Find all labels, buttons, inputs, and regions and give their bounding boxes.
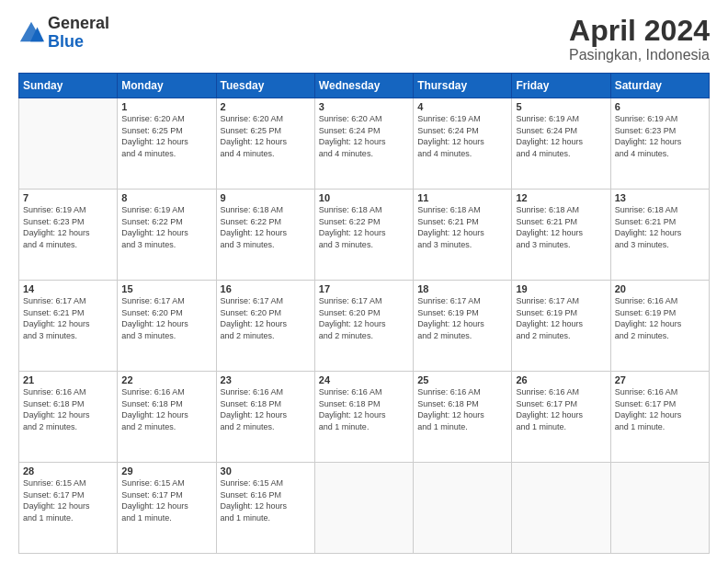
- day-info: Sunrise: 6:19 AM Sunset: 6:23 PM Dayligh…: [615, 113, 705, 159]
- day-number: 12: [516, 192, 606, 203]
- table-row: [512, 463, 610, 554]
- day-info: Sunrise: 6:20 AM Sunset: 6:24 PM Dayligh…: [319, 113, 409, 159]
- calendar-week-row: 21Sunrise: 6:16 AM Sunset: 6:18 PM Dayli…: [19, 372, 710, 463]
- table-row: 12Sunrise: 6:18 AM Sunset: 6:21 PM Dayli…: [512, 190, 610, 281]
- table-row: 1Sunrise: 6:20 AM Sunset: 6:25 PM Daylig…: [118, 98, 216, 190]
- col-saturday: Saturday: [610, 74, 709, 98]
- day-info: Sunrise: 6:17 AM Sunset: 6:20 PM Dayligh…: [221, 295, 311, 341]
- day-info: Sunrise: 6:15 AM Sunset: 6:16 PM Dayligh…: [221, 477, 311, 523]
- day-number: 11: [417, 192, 507, 203]
- day-number: 10: [319, 192, 409, 203]
- table-row: [610, 463, 709, 554]
- day-info: Sunrise: 6:18 AM Sunset: 6:22 PM Dayligh…: [319, 204, 409, 250]
- day-info: Sunrise: 6:16 AM Sunset: 6:18 PM Dayligh…: [121, 386, 211, 432]
- day-number: 8: [121, 192, 211, 203]
- col-monday: Monday: [118, 74, 216, 98]
- day-number: 16: [221, 283, 311, 294]
- table-row: 23Sunrise: 6:16 AM Sunset: 6:18 PM Dayli…: [216, 372, 314, 463]
- table-row: 7Sunrise: 6:19 AM Sunset: 6:23 PM Daylig…: [19, 190, 118, 281]
- day-info: Sunrise: 6:18 AM Sunset: 6:22 PM Dayligh…: [221, 204, 311, 250]
- table-row: 10Sunrise: 6:18 AM Sunset: 6:22 PM Dayli…: [314, 190, 413, 281]
- table-row: 18Sunrise: 6:17 AM Sunset: 6:19 PM Dayli…: [414, 281, 512, 372]
- calendar-header-row: Sunday Monday Tuesday Wednesday Thursday…: [19, 74, 710, 98]
- table-row: 28Sunrise: 6:15 AM Sunset: 6:17 PM Dayli…: [19, 463, 118, 554]
- day-number: 4: [417, 101, 507, 112]
- col-thursday: Thursday: [414, 74, 512, 98]
- table-row: [414, 463, 512, 554]
- table-row: 17Sunrise: 6:17 AM Sunset: 6:20 PM Dayli…: [314, 281, 413, 372]
- logo-icon: [18, 20, 44, 46]
- day-number: 5: [516, 101, 606, 112]
- table-row: 3Sunrise: 6:20 AM Sunset: 6:24 PM Daylig…: [314, 98, 413, 190]
- day-number: 17: [319, 283, 409, 294]
- day-info: Sunrise: 6:18 AM Sunset: 6:21 PM Dayligh…: [417, 204, 507, 250]
- table-row: 4Sunrise: 6:19 AM Sunset: 6:24 PM Daylig…: [414, 98, 512, 190]
- day-info: Sunrise: 6:17 AM Sunset: 6:19 PM Dayligh…: [516, 295, 606, 341]
- day-number: 30: [221, 465, 311, 477]
- day-number: 26: [516, 374, 606, 385]
- day-info: Sunrise: 6:17 AM Sunset: 6:19 PM Dayligh…: [417, 295, 507, 341]
- calendar-week-row: 14Sunrise: 6:17 AM Sunset: 6:21 PM Dayli…: [19, 281, 710, 372]
- day-number: 9: [221, 192, 311, 203]
- logo: General Blue: [18, 15, 109, 52]
- day-number: 15: [121, 283, 211, 294]
- table-row: 9Sunrise: 6:18 AM Sunset: 6:22 PM Daylig…: [216, 190, 314, 281]
- day-info: Sunrise: 6:15 AM Sunset: 6:17 PM Dayligh…: [23, 477, 113, 523]
- day-number: 23: [221, 374, 311, 385]
- day-info: Sunrise: 6:20 AM Sunset: 6:25 PM Dayligh…: [221, 113, 311, 159]
- table-row: 6Sunrise: 6:19 AM Sunset: 6:23 PM Daylig…: [610, 98, 709, 190]
- day-info: Sunrise: 6:20 AM Sunset: 6:25 PM Dayligh…: [121, 113, 211, 159]
- table-row: 20Sunrise: 6:16 AM Sunset: 6:19 PM Dayli…: [610, 281, 709, 372]
- table-row: 19Sunrise: 6:17 AM Sunset: 6:19 PM Dayli…: [512, 281, 610, 372]
- calendar-table: Sunday Monday Tuesday Wednesday Thursday…: [18, 73, 710, 554]
- table-row: 26Sunrise: 6:16 AM Sunset: 6:17 PM Dayli…: [512, 372, 610, 463]
- col-wednesday: Wednesday: [314, 74, 413, 98]
- day-number: 19: [516, 283, 606, 294]
- day-info: Sunrise: 6:16 AM Sunset: 6:18 PM Dayligh…: [221, 386, 311, 432]
- table-row: 27Sunrise: 6:16 AM Sunset: 6:17 PM Dayli…: [610, 372, 709, 463]
- page: General Blue April 2024 Pasingkan, Indon…: [0, 0, 728, 563]
- calendar-title: April 2024: [569, 15, 710, 47]
- table-row: 5Sunrise: 6:19 AM Sunset: 6:24 PM Daylig…: [512, 98, 610, 190]
- table-row: 11Sunrise: 6:18 AM Sunset: 6:21 PM Dayli…: [414, 190, 512, 281]
- calendar-week-row: 28Sunrise: 6:15 AM Sunset: 6:17 PM Dayli…: [19, 463, 710, 554]
- day-number: 28: [23, 465, 113, 477]
- day-info: Sunrise: 6:18 AM Sunset: 6:21 PM Dayligh…: [615, 204, 705, 250]
- table-row: 14Sunrise: 6:17 AM Sunset: 6:21 PM Dayli…: [19, 281, 118, 372]
- day-info: Sunrise: 6:17 AM Sunset: 6:20 PM Dayligh…: [121, 295, 211, 341]
- day-number: 25: [417, 374, 507, 385]
- day-number: 21: [23, 374, 113, 385]
- day-number: 27: [615, 374, 705, 385]
- calendar-week-row: 1Sunrise: 6:20 AM Sunset: 6:25 PM Daylig…: [19, 98, 710, 190]
- day-info: Sunrise: 6:16 AM Sunset: 6:17 PM Dayligh…: [516, 386, 606, 432]
- day-info: Sunrise: 6:16 AM Sunset: 6:19 PM Dayligh…: [615, 295, 705, 341]
- col-tuesday: Tuesday: [216, 74, 314, 98]
- logo-general: General: [48, 14, 109, 32]
- table-row: 15Sunrise: 6:17 AM Sunset: 6:20 PM Dayli…: [118, 281, 216, 372]
- day-info: Sunrise: 6:17 AM Sunset: 6:21 PM Dayligh…: [23, 295, 113, 341]
- day-number: 24: [319, 374, 409, 385]
- calendar-subtitle: Pasingkan, Indonesia: [569, 47, 710, 63]
- day-number: 13: [615, 192, 705, 203]
- day-info: Sunrise: 6:16 AM Sunset: 6:18 PM Dayligh…: [319, 386, 409, 432]
- day-number: 14: [23, 283, 113, 294]
- table-row: 29Sunrise: 6:15 AM Sunset: 6:17 PM Dayli…: [118, 463, 216, 554]
- day-number: 7: [23, 192, 113, 203]
- table-row: 24Sunrise: 6:16 AM Sunset: 6:18 PM Dayli…: [314, 372, 413, 463]
- title-block: April 2024 Pasingkan, Indonesia: [569, 15, 710, 63]
- day-info: Sunrise: 6:19 AM Sunset: 6:23 PM Dayligh…: [23, 204, 113, 250]
- day-info: Sunrise: 6:19 AM Sunset: 6:22 PM Dayligh…: [121, 204, 211, 250]
- day-info: Sunrise: 6:16 AM Sunset: 6:18 PM Dayligh…: [23, 386, 113, 432]
- col-sunday: Sunday: [19, 74, 118, 98]
- table-row: [19, 98, 118, 190]
- day-info: Sunrise: 6:16 AM Sunset: 6:18 PM Dayligh…: [417, 386, 507, 432]
- day-number: 1: [121, 101, 211, 112]
- day-info: Sunrise: 6:16 AM Sunset: 6:17 PM Dayligh…: [615, 386, 705, 432]
- table-row: 13Sunrise: 6:18 AM Sunset: 6:21 PM Dayli…: [610, 190, 709, 281]
- day-info: Sunrise: 6:17 AM Sunset: 6:20 PM Dayligh…: [319, 295, 409, 341]
- logo-text: General Blue: [48, 15, 109, 52]
- table-row: 21Sunrise: 6:16 AM Sunset: 6:18 PM Dayli…: [19, 372, 118, 463]
- table-row: 8Sunrise: 6:19 AM Sunset: 6:22 PM Daylig…: [118, 190, 216, 281]
- day-number: 6: [615, 101, 705, 112]
- table-row: 2Sunrise: 6:20 AM Sunset: 6:25 PM Daylig…: [216, 98, 314, 190]
